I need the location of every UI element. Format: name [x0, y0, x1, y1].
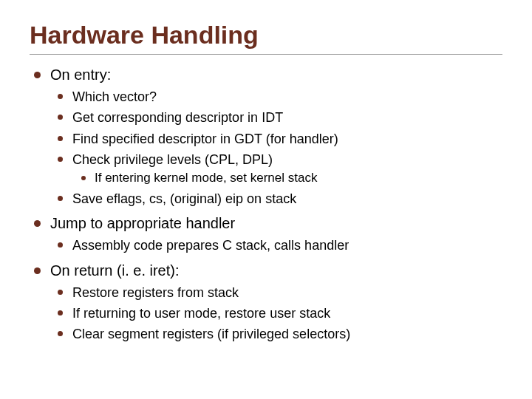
bullet-list: On entry: Which vector? Get correspondin… [30, 65, 502, 344]
list-item: Save eflags, cs, (original) eip on stack [50, 190, 502, 208]
list-item-text: Clear segment registers (if privileged s… [72, 327, 350, 341]
list-item: Restore registers from stack [50, 284, 502, 301]
list-item: Get corresponding descriptor in IDT [50, 109, 502, 126]
list-item: Clear segment registers (if privileged s… [50, 325, 502, 343]
list-item-text: Get corresponding descriptor in IDT [72, 110, 283, 125]
list-item-text: On entry: [50, 66, 111, 83]
list-item-text: Save eflags, cs, (original) eip on stack [72, 191, 296, 206]
list-item: If entering kernel mode, set kernel stac… [72, 170, 502, 187]
list-item-text: Restore registers from stack [72, 285, 239, 300]
list-item-text: Check privilege levels (CPL, DPL) [72, 152, 273, 167]
list-item: Assembly code prepares C stack, calls ha… [50, 236, 502, 254]
bullet-list: Which vector? Get corresponding descript… [50, 88, 502, 208]
list-item: If returning to user mode, restore user … [50, 304, 502, 322]
list-item: Find specified descriptor in GDT (for ha… [50, 130, 502, 148]
slide-title: Hardware Handling [30, 21, 502, 50]
list-item-text: If returning to user mode, restore user … [72, 306, 330, 321]
bullet-list: If entering kernel mode, set kernel stac… [72, 170, 502, 187]
list-item: On return (i. e. iret): Restore register… [30, 261, 502, 344]
bullet-list: Restore registers from stack If returnin… [50, 284, 502, 344]
list-item-text: Find specified descriptor in GDT (for ha… [72, 132, 338, 146]
list-item-text: Jump to appropriate handler [50, 215, 235, 231]
list-item: Check privilege levels (CPL, DPL) If ent… [50, 151, 502, 187]
slide: Hardware Handling On entry: Which vector… [0, 0, 532, 358]
list-item: Which vector? [50, 88, 502, 106]
list-item: Jump to appropriate handler Assembly cod… [30, 214, 502, 254]
list-item-text: Assembly code prepares C stack, calls ha… [72, 238, 349, 253]
list-item-text: If entering kernel mode, set kernel stac… [95, 171, 317, 185]
title-rule [30, 54, 502, 55]
bullet-list: Assembly code prepares C stack, calls ha… [50, 236, 502, 254]
list-item-text: On return (i. e. iret): [50, 262, 180, 279]
list-item-text: Which vector? [72, 89, 157, 104]
list-item: On entry: Which vector? Get correspondin… [30, 65, 502, 208]
